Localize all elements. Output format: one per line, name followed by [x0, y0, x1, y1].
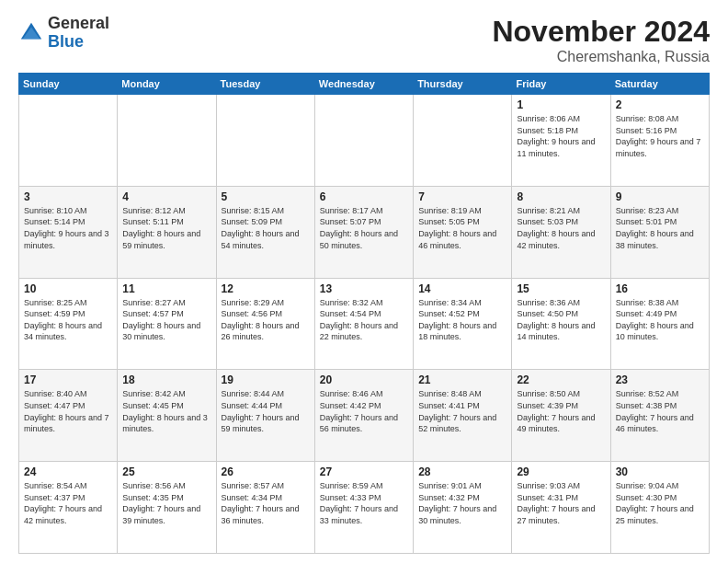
day-number: 7 — [418, 190, 506, 203]
day-number: 1 — [517, 98, 605, 111]
day-number: 3 — [24, 190, 112, 203]
calendar-cell: 27Sunrise: 8:59 AM Sunset: 4:33 PM Dayli… — [314, 462, 413, 554]
day-info: Sunrise: 8:57 AM Sunset: 4:34 PM Dayligh… — [222, 480, 310, 526]
day-info: Sunrise: 8:38 AM Sunset: 4:49 PM Dayligh… — [616, 297, 704, 343]
day-number: 12 — [222, 282, 310, 295]
calendar-cell: 2Sunrise: 8:08 AM Sunset: 5:16 PM Daylig… — [610, 95, 709, 187]
day-info: Sunrise: 9:04 AM Sunset: 4:30 PM Dayligh… — [616, 480, 704, 526]
day-number: 25 — [122, 465, 210, 478]
day-info: Sunrise: 8:46 AM Sunset: 4:42 PM Dayligh… — [320, 388, 408, 434]
calendar-cell: 22Sunrise: 8:50 AM Sunset: 4:39 PM Dayli… — [512, 370, 610, 462]
day-number: 29 — [517, 465, 605, 478]
calendar-cell: 12Sunrise: 8:29 AM Sunset: 4:56 PM Dayli… — [216, 278, 314, 370]
month-title: November 2024 — [492, 15, 710, 49]
calendar-cell — [118, 95, 216, 187]
day-number: 15 — [517, 282, 605, 295]
logo: General Blue — [18, 15, 109, 52]
day-info: Sunrise: 8:08 AM Sunset: 5:16 PM Dayligh… — [616, 113, 704, 159]
day-info: Sunrise: 8:34 AM Sunset: 4:52 PM Dayligh… — [418, 297, 506, 343]
calendar-cell: 24Sunrise: 8:54 AM Sunset: 4:37 PM Dayli… — [19, 462, 118, 554]
day-number: 27 — [320, 465, 408, 478]
calendar-week-row: 24Sunrise: 8:54 AM Sunset: 4:37 PM Dayli… — [19, 462, 710, 554]
calendar-week-row: 1Sunrise: 8:06 AM Sunset: 5:18 PM Daylig… — [19, 95, 710, 187]
day-info: Sunrise: 8:42 AM Sunset: 4:45 PM Dayligh… — [122, 388, 210, 434]
day-info: Sunrise: 8:56 AM Sunset: 4:35 PM Dayligh… — [122, 480, 210, 526]
day-info: Sunrise: 8:10 AM Sunset: 5:14 PM Dayligh… — [24, 205, 112, 251]
location-subtitle: Cheremshanka, Russia — [492, 49, 710, 65]
title-block: November 2024 Cheremshanka, Russia — [492, 15, 710, 65]
calendar-cell: 25Sunrise: 8:56 AM Sunset: 4:35 PM Dayli… — [118, 462, 216, 554]
day-info: Sunrise: 8:06 AM Sunset: 5:18 PM Dayligh… — [517, 113, 605, 159]
day-number: 16 — [616, 282, 704, 295]
calendar-cell: 4Sunrise: 8:12 AM Sunset: 5:11 PM Daylig… — [118, 186, 216, 278]
calendar-cell: 19Sunrise: 8:44 AM Sunset: 4:44 PM Dayli… — [216, 370, 314, 462]
logo-icon — [18, 20, 44, 46]
day-info: Sunrise: 8:17 AM Sunset: 5:07 PM Dayligh… — [320, 205, 408, 251]
day-number: 18 — [122, 373, 210, 386]
calendar-cell: 1Sunrise: 8:06 AM Sunset: 5:18 PM Daylig… — [512, 95, 610, 187]
weekday-header: Friday — [512, 74, 610, 95]
calendar-week-row: 17Sunrise: 8:40 AM Sunset: 4:47 PM Dayli… — [19, 370, 710, 462]
logo-line2: Blue — [48, 33, 109, 52]
day-number: 21 — [418, 373, 506, 386]
day-info: Sunrise: 8:50 AM Sunset: 4:39 PM Dayligh… — [517, 388, 605, 434]
day-info: Sunrise: 8:40 AM Sunset: 4:47 PM Dayligh… — [24, 388, 112, 434]
calendar-cell: 26Sunrise: 8:57 AM Sunset: 4:34 PM Dayli… — [216, 462, 314, 554]
day-number: 8 — [517, 190, 605, 203]
day-info: Sunrise: 8:48 AM Sunset: 4:41 PM Dayligh… — [418, 388, 506, 434]
day-info: Sunrise: 9:03 AM Sunset: 4:31 PM Dayligh… — [517, 480, 605, 526]
page: General Blue November 2024 Cheremshanka,… — [0, 0, 728, 563]
day-number: 10 — [24, 282, 112, 295]
day-number: 13 — [320, 282, 408, 295]
calendar-week-row: 3Sunrise: 8:10 AM Sunset: 5:14 PM Daylig… — [19, 186, 710, 278]
day-number: 6 — [320, 190, 408, 203]
day-number: 2 — [616, 98, 704, 111]
day-number: 26 — [222, 465, 310, 478]
day-info: Sunrise: 8:21 AM Sunset: 5:03 PM Dayligh… — [517, 205, 605, 251]
logo-text: General Blue — [48, 15, 109, 52]
calendar-cell — [216, 95, 314, 187]
calendar-cell: 13Sunrise: 8:32 AM Sunset: 4:54 PM Dayli… — [314, 278, 413, 370]
day-info: Sunrise: 8:23 AM Sunset: 5:01 PM Dayligh… — [616, 205, 704, 251]
calendar-cell: 15Sunrise: 8:36 AM Sunset: 4:50 PM Dayli… — [512, 278, 610, 370]
day-info: Sunrise: 8:19 AM Sunset: 5:05 PM Dayligh… — [418, 205, 506, 251]
calendar-cell — [19, 95, 118, 187]
calendar-cell: 23Sunrise: 8:52 AM Sunset: 4:38 PM Dayli… — [610, 370, 709, 462]
day-info: Sunrise: 8:32 AM Sunset: 4:54 PM Dayligh… — [320, 297, 408, 343]
calendar: SundayMondayTuesdayWednesdayThursdayFrid… — [18, 73, 710, 554]
day-number: 23 — [616, 373, 704, 386]
calendar-cell: 28Sunrise: 9:01 AM Sunset: 4:32 PM Dayli… — [414, 462, 512, 554]
day-info: Sunrise: 8:54 AM Sunset: 4:37 PM Dayligh… — [24, 480, 112, 526]
weekday-header: Monday — [118, 74, 216, 95]
day-number: 17 — [24, 373, 112, 386]
weekday-header: Wednesday — [314, 74, 413, 95]
calendar-cell: 3Sunrise: 8:10 AM Sunset: 5:14 PM Daylig… — [19, 186, 118, 278]
calendar-cell: 7Sunrise: 8:19 AM Sunset: 5:05 PM Daylig… — [414, 186, 512, 278]
calendar-cell: 21Sunrise: 8:48 AM Sunset: 4:41 PM Dayli… — [414, 370, 512, 462]
calendar-cell: 9Sunrise: 8:23 AM Sunset: 5:01 PM Daylig… — [610, 186, 709, 278]
calendar-cell — [314, 95, 413, 187]
logo-line1: General — [48, 15, 109, 33]
day-info: Sunrise: 8:59 AM Sunset: 4:33 PM Dayligh… — [320, 480, 408, 526]
weekday-header: Sunday — [19, 74, 118, 95]
calendar-cell: 18Sunrise: 8:42 AM Sunset: 4:45 PM Dayli… — [118, 370, 216, 462]
weekday-header: Saturday — [610, 74, 709, 95]
day-info: Sunrise: 8:52 AM Sunset: 4:38 PM Dayligh… — [616, 388, 704, 434]
calendar-cell: 5Sunrise: 8:15 AM Sunset: 5:09 PM Daylig… — [216, 186, 314, 278]
calendar-cell: 20Sunrise: 8:46 AM Sunset: 4:42 PM Dayli… — [314, 370, 413, 462]
day-number: 14 — [418, 282, 506, 295]
calendar-cell: 10Sunrise: 8:25 AM Sunset: 4:59 PM Dayli… — [19, 278, 118, 370]
day-number: 4 — [122, 190, 210, 203]
calendar-cell: 8Sunrise: 8:21 AM Sunset: 5:03 PM Daylig… — [512, 186, 610, 278]
day-info: Sunrise: 8:15 AM Sunset: 5:09 PM Dayligh… — [222, 205, 310, 251]
calendar-cell: 16Sunrise: 8:38 AM Sunset: 4:49 PM Dayli… — [610, 278, 709, 370]
calendar-cell: 30Sunrise: 9:04 AM Sunset: 4:30 PM Dayli… — [610, 462, 709, 554]
day-number: 19 — [222, 373, 310, 386]
day-info: Sunrise: 8:44 AM Sunset: 4:44 PM Dayligh… — [222, 388, 310, 434]
calendar-cell: 29Sunrise: 9:03 AM Sunset: 4:31 PM Dayli… — [512, 462, 610, 554]
day-info: Sunrise: 8:29 AM Sunset: 4:56 PM Dayligh… — [222, 297, 310, 343]
weekday-header-row: SundayMondayTuesdayWednesdayThursdayFrid… — [19, 74, 710, 95]
calendar-week-row: 10Sunrise: 8:25 AM Sunset: 4:59 PM Dayli… — [19, 278, 710, 370]
day-number: 30 — [616, 465, 704, 478]
day-number: 20 — [320, 373, 408, 386]
